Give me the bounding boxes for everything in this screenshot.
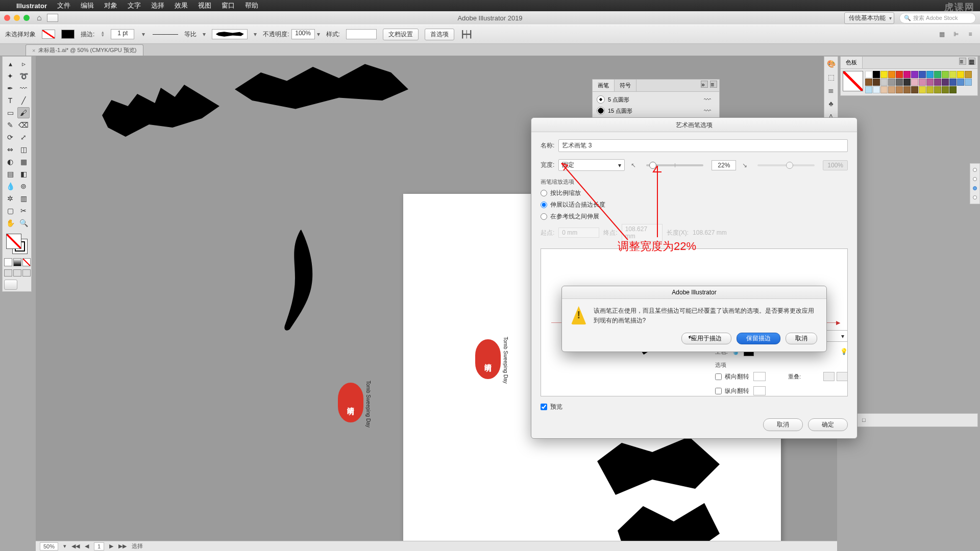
zoom-window-icon[interactable] — [23, 15, 30, 21]
overlap-option-icon[interactable] — [823, 372, 835, 381]
artboard-next-icon[interactable]: ▶ — [109, 543, 113, 549]
flip-v-checkbox[interactable] — [715, 388, 722, 394]
swatch[interactable] — [919, 79, 926, 86]
pen-tool-icon[interactable]: ✒ — [4, 83, 16, 94]
mesh-tool-icon[interactable]: ▤ — [4, 168, 16, 180]
artboard-prev-icon[interactable]: ◀◀ — [71, 543, 80, 549]
artboard-number-field[interactable]: 1 — [94, 542, 104, 550]
overlap-option-icon[interactable] — [837, 372, 848, 381]
dropdown-icon[interactable]: ▾ — [140, 31, 146, 38]
artboard-next-icon[interactable]: ▶▶ — [118, 543, 127, 549]
scale-tool-icon[interactable]: ⤢ — [17, 132, 30, 143]
eraser-tool-icon[interactable]: ⌫ — [17, 119, 30, 131]
menu-effect[interactable]: 效果 — [175, 1, 188, 10]
transform-panel-icon[interactable]: ▦ — [937, 30, 946, 39]
swatch[interactable] — [934, 86, 941, 93]
menu-file[interactable]: 文件 — [57, 1, 70, 10]
properties-panel-icon[interactable]: ⬚ — [826, 72, 836, 82]
dropdown-icon[interactable]: ▾ — [203, 31, 206, 38]
swatch[interactable] — [896, 79, 903, 86]
symbols-panel-icon[interactable]: ♣ — [826, 98, 836, 109]
swatch[interactable] — [934, 71, 941, 78]
fill-stroke-control[interactable] — [4, 232, 30, 256]
apply-to-strokes-button[interactable]: 应用于描边 — [681, 333, 731, 344]
swatch[interactable] — [949, 79, 957, 86]
shape-builder-tool-icon[interactable]: ◐ — [4, 156, 16, 167]
stroke-stepper-icon[interactable]: ▲▼ — [101, 31, 105, 37]
swatch[interactable] — [888, 79, 895, 86]
swatch[interactable] — [942, 86, 949, 93]
width-percent-field[interactable]: 22% — [712, 160, 736, 170]
swatch[interactable] — [896, 71, 903, 78]
tips-icon[interactable]: 💡 — [840, 348, 848, 355]
perspective-grid-tool-icon[interactable]: ▦ — [17, 156, 30, 167]
swatch[interactable] — [865, 71, 872, 78]
list-view-icon[interactable]: ≡ — [959, 58, 966, 65]
brushes-tab[interactable]: 画笔 — [593, 80, 615, 91]
menu-type[interactable]: 文字 — [128, 1, 141, 10]
swatch[interactable] — [911, 79, 918, 86]
layers-panel-icon[interactable]: ≣ — [826, 85, 836, 95]
width-mode-select[interactable]: 固定▾ — [558, 159, 625, 171]
rectangle-tool-icon[interactable]: ▭ — [4, 107, 16, 118]
flip-end-icon[interactable]: ↘ — [740, 161, 749, 170]
swatch[interactable] — [888, 86, 895, 93]
full-screen-menu-mode-icon[interactable] — [13, 269, 21, 277]
swatch[interactable] — [949, 86, 957, 93]
shaper-tool-icon[interactable]: ✎ — [4, 119, 16, 131]
slider-handle[interactable] — [649, 162, 656, 169]
gradient-tool-icon[interactable]: ◧ — [17, 168, 30, 180]
menu-select[interactable]: 选择 — [151, 1, 164, 10]
blend-tool-icon[interactable]: ⊚ — [17, 181, 30, 192]
menu-window[interactable]: 窗口 — [222, 1, 235, 10]
grid-view-icon[interactable]: ▦ — [968, 58, 975, 65]
full-screen-mode-icon[interactable] — [22, 269, 31, 277]
scale-proportional-radio[interactable] — [541, 190, 547, 196]
fill-swatch-icon[interactable] — [42, 30, 55, 39]
workspace-switcher[interactable]: 传统基本功能 — [844, 12, 894, 24]
swatch[interactable] — [865, 86, 872, 93]
leave-strokes-button[interactable]: 保留描边 — [737, 333, 780, 344]
dropdown-icon[interactable]: ▾ — [63, 543, 66, 549]
panel-menu-icon[interactable]: ≡ — [710, 81, 717, 88]
normal-screen-mode-icon[interactable] — [4, 269, 12, 277]
close-window-icon[interactable] — [4, 15, 10, 21]
collapse-icon[interactable]: » — [701, 81, 708, 88]
align-panel-icon[interactable]: ⊫ — [951, 30, 961, 39]
gradient-icon[interactable] — [13, 258, 21, 266]
column-graph-tool-icon[interactable]: ▥ — [17, 193, 30, 204]
brush-list-item[interactable]: 15 点圆形〰 — [595, 105, 717, 116]
swatch[interactable] — [911, 86, 918, 93]
swatches-tab[interactable]: 色板 — [841, 57, 863, 68]
marker-dot[interactable] — [973, 177, 977, 181]
free-transform-tool-icon[interactable]: ◫ — [17, 144, 30, 155]
close-tab-icon[interactable]: × — [32, 47, 35, 54]
swatch[interactable] — [903, 71, 911, 78]
swatch[interactable] — [942, 79, 949, 86]
hand-tool-icon[interactable]: ✋ — [4, 217, 16, 229]
align-icon[interactable]: ┣┿┫ — [460, 30, 473, 38]
home-icon[interactable]: ⌂ — [37, 13, 42, 22]
paintbrush-tool-icon[interactable]: 🖌 — [17, 107, 30, 118]
menu-view[interactable]: 视图 — [198, 1, 211, 10]
width-slider[interactable] — [646, 164, 703, 166]
swatch[interactable] — [873, 79, 880, 86]
swatch[interactable] — [957, 71, 964, 78]
stroke-weight-field[interactable]: 1 pt — [111, 29, 134, 39]
width-tool-icon[interactable]: ⇔ — [4, 144, 16, 155]
fill-color-icon[interactable] — [6, 234, 21, 249]
dropdown-icon[interactable]: ▾ — [254, 31, 257, 38]
edit-toolbar-button[interactable] — [4, 280, 17, 290]
marker-dot[interactable] — [973, 195, 977, 199]
swatch[interactable] — [965, 79, 972, 86]
swatch[interactable] — [911, 71, 918, 78]
symbols-tab[interactable]: 符号 — [615, 80, 636, 91]
selection-tool-icon[interactable]: ▴ — [4, 58, 16, 69]
curvature-tool-icon[interactable]: 〰 — [17, 83, 30, 94]
marker-dot[interactable] — [973, 168, 977, 172]
menu-help[interactable]: 帮助 — [245, 1, 258, 10]
marker-dot[interactable] — [973, 186, 977, 190]
direct-selection-tool-icon[interactable]: ▹ — [17, 58, 30, 69]
swatch[interactable] — [873, 71, 880, 78]
swatch[interactable] — [934, 79, 941, 86]
